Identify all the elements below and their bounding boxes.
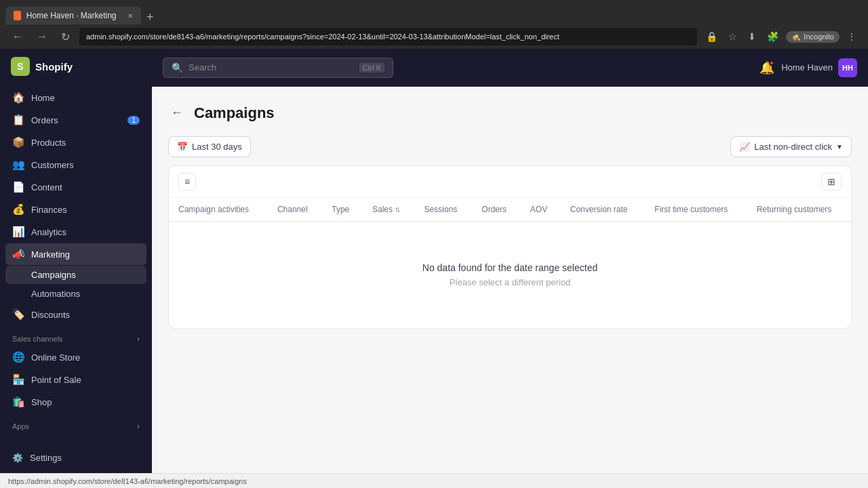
avatar: HH xyxy=(838,58,857,77)
search-input[interactable] xyxy=(189,62,354,73)
col-orders: Orders xyxy=(472,198,520,222)
incognito-badge: 🕵 Incognito xyxy=(786,31,840,43)
orders-badge: 1 xyxy=(127,116,140,125)
status-url: https://admin.shopify.com/store/de8143-a… xyxy=(8,477,247,485)
new-tab-button[interactable]: + xyxy=(144,10,157,24)
sidebar-item-campaigns[interactable]: Campaigns xyxy=(5,266,146,284)
sidebar-item-customers[interactable]: 👥 Customers xyxy=(5,154,146,176)
store-selector[interactable]: Home Haven HH xyxy=(781,58,857,77)
empty-subtitle: Please select a different period xyxy=(182,277,837,287)
sidebar-item-automations[interactable]: Automations xyxy=(5,285,146,303)
sidebar-item-discounts[interactable]: 🏷️ Discounts xyxy=(5,304,146,325)
products-icon: 📦 xyxy=(12,136,24,148)
calendar-icon: 📅 xyxy=(177,142,188,152)
empty-title: No data found for the date range selecte… xyxy=(182,262,837,273)
apps-section: Apps › xyxy=(5,413,146,434)
sidebar-item-marketing[interactable]: 📣 Marketing xyxy=(5,243,146,265)
columns-icon: ⊞ xyxy=(827,176,835,187)
marketing-icon: 📣 xyxy=(12,248,24,260)
sidebar-item-products[interactable]: 📦 Products xyxy=(5,131,146,153)
filter-button[interactable]: ≡ xyxy=(178,173,196,190)
sales-channels-section: Sales channels › xyxy=(5,326,146,346)
col-sessions: Sessions xyxy=(415,198,473,222)
col-aov: AOV xyxy=(521,198,561,222)
analytics-icon: 📊 xyxy=(12,226,24,238)
status-bar: https://admin.shopify.com/store/de8143-a… xyxy=(0,473,868,488)
sidebar-item-content[interactable]: 📄 Content xyxy=(5,176,146,198)
sidebar-item-home[interactable]: 🏠 Home xyxy=(5,87,146,108)
col-conversion-rate: Conversion rate xyxy=(561,198,646,222)
sort-icon: ⇅ xyxy=(395,206,400,214)
refresh-button[interactable]: ↻ xyxy=(57,29,74,45)
sidebar-item-point-of-sale[interactable]: 🏪 Point of Sale xyxy=(5,369,146,390)
active-tab[interactable]: Home Haven · Marketing · Cam... ✕ xyxy=(5,7,141,24)
search-bar[interactable]: 🔍 Ctrl K xyxy=(163,58,393,78)
extensions-icon[interactable]: 🧩 xyxy=(764,30,782,43)
customers-icon: 👥 xyxy=(12,159,24,171)
more-options-icon[interactable]: ⋮ xyxy=(844,30,860,43)
data-table: ≡ ⊞ Campaign activities Channel xyxy=(168,165,852,329)
forward-button[interactable]: → xyxy=(33,29,52,44)
tab-close-icon[interactable]: ✕ xyxy=(127,12,133,20)
toolbar: 📅 Last 30 days 📈 Last non-direct click ▼ xyxy=(168,136,852,157)
address-bar[interactable] xyxy=(79,28,697,45)
apps-expand-icon[interactable]: › xyxy=(137,422,140,431)
settings-icon: ⚙️ xyxy=(12,453,23,463)
content-icon: 📄 xyxy=(12,181,24,193)
shopify-icon: S xyxy=(11,57,30,76)
back-button[interactable]: ← xyxy=(8,29,27,44)
online-store-icon: 🌐 xyxy=(12,351,24,363)
shop-icon: 🛍️ xyxy=(12,396,24,408)
campaigns-table: Campaign activities Channel Type Sales ⇅ xyxy=(169,198,851,328)
orders-icon: 📋 xyxy=(12,114,24,126)
shopify-logo: S Shopify xyxy=(11,57,73,76)
sidebar-item-orders[interactable]: 📋 Orders 1 xyxy=(5,109,146,131)
finances-icon: 💰 xyxy=(12,203,24,216)
expand-icon[interactable]: › xyxy=(137,334,140,344)
notifications-button[interactable]: 🔔 xyxy=(760,60,774,75)
col-type: Type xyxy=(322,198,363,222)
col-campaign-activities: Campaign activities xyxy=(169,198,268,222)
shield-icon[interactable]: 🔒 xyxy=(703,30,721,43)
download-icon[interactable]: ⬇ xyxy=(745,30,760,43)
col-first-time-customers: First time customers xyxy=(645,198,747,222)
col-returning-customers: Returning customers xyxy=(747,198,851,222)
notification-dot xyxy=(769,60,774,66)
bookmark-icon[interactable]: ☆ xyxy=(725,30,741,43)
tab-favicon xyxy=(14,11,21,20)
filter-icon: ≡ xyxy=(184,176,190,187)
sidebar-item-online-store[interactable]: 🌐 Online Store xyxy=(5,346,146,368)
empty-state: No data found for the date range selecte… xyxy=(169,222,851,328)
search-shortcut: Ctrl K xyxy=(359,63,385,73)
col-channel: Channel xyxy=(268,198,322,222)
discounts-icon: 🏷️ xyxy=(12,308,24,321)
pos-icon: 🏪 xyxy=(12,373,24,386)
home-icon: 🏠 xyxy=(12,92,24,104)
attribution-icon: 📈 xyxy=(739,142,750,152)
page-title: Campaigns xyxy=(194,104,275,122)
chevron-down-icon: ▼ xyxy=(836,143,843,150)
page-header: ← Campaigns xyxy=(168,103,852,123)
tab-title: Home Haven · Marketing · Cam... xyxy=(26,11,119,20)
column-toggle-button[interactable]: ⊞ xyxy=(821,173,842,190)
col-sales[interactable]: Sales ⇅ xyxy=(363,198,415,222)
table-toolbar: ≡ ⊞ xyxy=(169,166,851,198)
back-button[interactable]: ← xyxy=(168,103,186,123)
attribution-button[interactable]: 📈 Last non-direct click ▼ xyxy=(730,136,852,157)
sidebar-item-finances[interactable]: 💰 Finances xyxy=(5,199,146,220)
search-icon: 🔍 xyxy=(172,62,183,73)
sidebar-item-settings[interactable]: ⚙️ Settings xyxy=(5,448,146,468)
sidebar-item-shop[interactable]: 🛍️ Shop xyxy=(5,391,146,413)
sidebar-item-analytics[interactable]: 📊 Analytics xyxy=(5,221,146,243)
date-filter-button[interactable]: 📅 Last 30 days xyxy=(168,136,251,157)
